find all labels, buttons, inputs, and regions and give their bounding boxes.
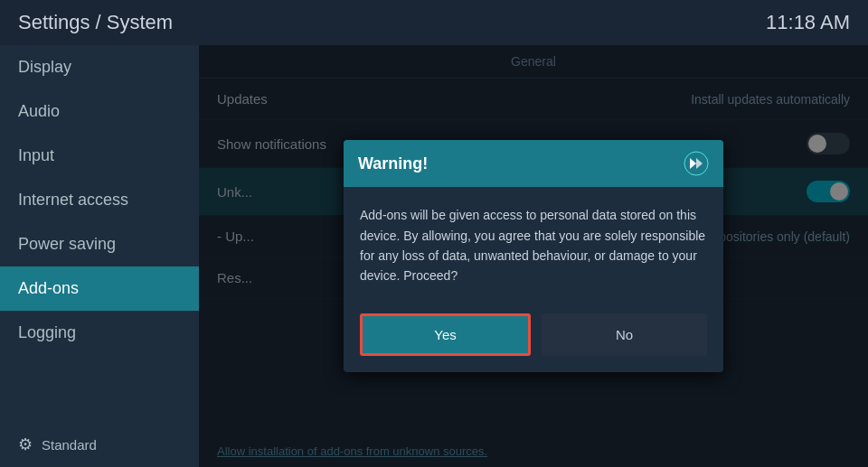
no-button[interactable]: No (542, 313, 707, 356)
gear-icon: ⚙ (18, 434, 33, 454)
clock: 11:18 AM (766, 11, 850, 34)
sidebar-item-logging[interactable]: Logging (0, 311, 199, 355)
sidebar-item-power-saving[interactable]: Power saving (0, 222, 199, 266)
sidebar-item-internet-access[interactable]: Internet access (0, 178, 199, 222)
layout: Display Audio Input Internet access Powe… (0, 45, 868, 467)
sidebar-item-input[interactable]: Input (0, 134, 199, 178)
header: Settings / System 11:18 AM (0, 0, 868, 45)
sidebar: Display Audio Input Internet access Powe… (0, 45, 199, 467)
sidebar-nav: Display Audio Input Internet access Powe… (0, 45, 199, 355)
page-title: Settings / System (18, 11, 173, 34)
sidebar-item-add-ons[interactable]: Add-ons (0, 266, 199, 311)
dialog-header: Warning! (344, 140, 723, 187)
warning-dialog: Warning! Add-ons will be given access to… (344, 140, 723, 372)
profile-label: Standard (42, 437, 97, 453)
dialog-title: Warning! (358, 154, 428, 173)
yes-button[interactable]: Yes (360, 313, 531, 356)
dialog-body: Add-ons will be given access to personal… (344, 187, 723, 304)
modal-overlay: Warning! Add-ons will be given access to… (199, 45, 868, 467)
sidebar-footer: ⚙ Standard (0, 422, 199, 467)
sidebar-item-audio[interactable]: Audio (0, 89, 199, 134)
sidebar-item-display[interactable]: Display (0, 45, 199, 89)
dialog-buttons: Yes No (344, 304, 723, 372)
main-content: General Updates Install updates automati… (199, 45, 868, 467)
kodi-logo-icon (684, 151, 709, 176)
